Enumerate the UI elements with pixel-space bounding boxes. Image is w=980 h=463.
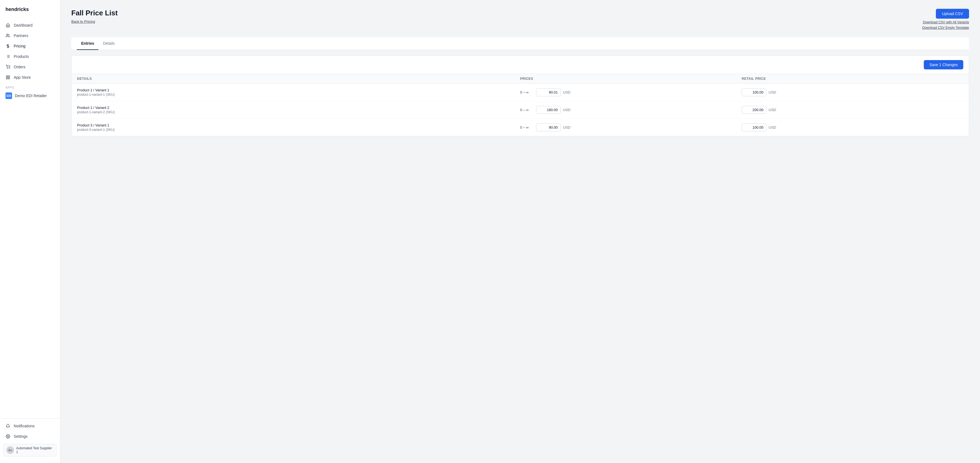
- sidebar-nav: Dashboard Partners Pricing Products: [0, 18, 60, 418]
- sidebar-item-pricing[interactable]: Pricing: [0, 41, 60, 51]
- product-name-1: Product 1 / Variant 1: [77, 88, 520, 92]
- price-cell-1: 0 – ∞ USD: [520, 88, 742, 96]
- dollar-icon: [5, 44, 10, 49]
- sidebar-label-dashboard: Dashboard: [14, 23, 33, 27]
- retail-price-cell-1: USD: [742, 88, 963, 96]
- product-details-2: Product 1 / Variant 2 product-1-variant-…: [77, 106, 520, 114]
- currency-1: USD: [563, 90, 570, 94]
- download-empty-template-link[interactable]: Download CSV Empty Template: [922, 26, 969, 30]
- cart-icon: [5, 64, 10, 69]
- col-header-retail: Retail Price: [742, 77, 963, 81]
- app-badge: EDI: [5, 92, 12, 99]
- gear-icon: [5, 434, 10, 439]
- sidebar-label-partners: Partners: [14, 33, 28, 38]
- sidebar-item-partners[interactable]: Partners: [0, 30, 60, 41]
- content-card: Save 1 Changes Details Prices Retail Pri…: [71, 56, 969, 136]
- svg-point-0: [6, 34, 8, 35]
- sidebar-label-pricing: Pricing: [14, 44, 25, 48]
- currency-3: USD: [563, 125, 570, 129]
- retail-price-input-1[interactable]: [742, 88, 767, 96]
- avatar: Au: [6, 446, 14, 454]
- sidebar-label-settings: Settings: [14, 434, 28, 439]
- col-header-prices: Prices: [520, 77, 742, 81]
- sidebar-label-products: Products: [14, 54, 29, 59]
- bell-icon: [5, 423, 10, 428]
- col-header-details: Details: [77, 77, 520, 81]
- tabs: Entries Details: [71, 37, 969, 50]
- svg-point-14: [7, 436, 8, 437]
- user-card[interactable]: Au Automated Test Supplier 1: [3, 444, 57, 457]
- card-toolbar: Save 1 Changes: [72, 56, 969, 74]
- back-to-pricing-link[interactable]: Back to Pricing: [71, 19, 95, 24]
- table-row: Product 1 / Variant 1 product-1-variant-…: [72, 84, 969, 101]
- retail-price-input-2[interactable]: [742, 106, 767, 114]
- price-cell-2: 0 – ∞ USD: [520, 106, 742, 114]
- page-title: Fall Price List: [71, 9, 118, 17]
- download-all-variants-link[interactable]: Download CSV with All Variants: [923, 20, 969, 24]
- price-cell-3: 0 – ∞ USD: [520, 123, 742, 131]
- retail-price-cell-2: USD: [742, 106, 963, 114]
- brand-logo: hendricks: [0, 0, 60, 18]
- product-sku-3: product-3-variant-1 (SKU): [77, 128, 520, 132]
- grid-icon: [5, 75, 10, 80]
- product-details-3: Product 3 / Variant 1 product-3-variant-…: [77, 123, 520, 132]
- price-input-3[interactable]: [536, 123, 561, 131]
- sidebar-item-dashboard[interactable]: Dashboard: [0, 20, 60, 30]
- user-name: Automated Test Supplier 1: [16, 446, 54, 454]
- table-row: Product 3 / Variant 1 product-3-variant-…: [72, 119, 969, 136]
- svg-rect-12: [6, 78, 8, 79]
- product-sku-1: product-1-variant-1 (SKU): [77, 93, 520, 97]
- main-content: Fall Price List Back to Pricing Upload C…: [60, 0, 980, 463]
- retail-price-cell-3: USD: [742, 123, 963, 131]
- product-name-3: Product 3 / Variant 1: [77, 123, 520, 127]
- sidebar-bottom: Notifications Settings Au Automated Test…: [0, 418, 60, 463]
- price-table: Details Prices Retail Price Product 1 / …: [72, 74, 969, 136]
- sidebar-label-app-store: App Store: [14, 75, 31, 80]
- sidebar-item-notifications[interactable]: Notifications: [0, 421, 60, 431]
- sidebar-item-app-store[interactable]: App Store: [0, 72, 60, 83]
- product-name-2: Product 1 / Variant 2: [77, 106, 520, 110]
- range-label-2: 0 – ∞: [520, 108, 534, 112]
- product-sku-2: product-1-variant-2 (SKU): [77, 110, 520, 114]
- table-header: Details Prices Retail Price: [72, 74, 969, 84]
- users-icon: [5, 33, 10, 38]
- price-input-1[interactable]: [536, 88, 561, 96]
- list-icon: [5, 54, 10, 59]
- currency-2: USD: [563, 108, 570, 112]
- header-actions: Upload CSV Download CSV with All Variant…: [922, 9, 969, 30]
- sidebar-label-notifications: Notifications: [14, 424, 35, 428]
- retail-currency-3: USD: [768, 125, 776, 129]
- svg-rect-11: [8, 76, 10, 77]
- sidebar-label-orders: Orders: [14, 65, 25, 69]
- sidebar: hendricks Dashboard Partners Pricing: [0, 0, 60, 463]
- svg-rect-10: [6, 76, 8, 77]
- range-label-3: 0 – ∞: [520, 125, 534, 129]
- retail-price-input-3[interactable]: [742, 123, 767, 131]
- tab-entries[interactable]: Entries: [77, 37, 99, 50]
- title-area: Fall Price List Back to Pricing: [71, 9, 118, 24]
- range-label-1: 0 – ∞: [520, 90, 534, 94]
- price-input-2[interactable]: [536, 106, 561, 114]
- sidebar-item-orders[interactable]: Orders: [0, 62, 60, 72]
- svg-rect-13: [8, 78, 10, 79]
- sidebar-item-demo-edi[interactable]: EDI Demo EDI Retailer: [0, 90, 60, 101]
- sidebar-item-products[interactable]: Products: [0, 51, 60, 62]
- save-changes-button[interactable]: Save 1 Changes: [924, 60, 963, 69]
- upload-csv-button[interactable]: Upload CSV: [936, 9, 969, 19]
- table-row: Product 1 / Variant 2 product-1-variant-…: [72, 101, 969, 119]
- retail-currency-1: USD: [768, 90, 776, 94]
- page-header: Fall Price List Back to Pricing Upload C…: [71, 9, 969, 30]
- app-label: Demo EDI Retailer: [15, 94, 47, 98]
- apps-section-label: Apps: [0, 83, 60, 90]
- retail-currency-2: USD: [768, 108, 776, 112]
- home-icon: [5, 23, 10, 28]
- tab-details[interactable]: Details: [99, 37, 119, 50]
- sidebar-item-settings[interactable]: Settings: [0, 431, 60, 442]
- product-details-1: Product 1 / Variant 1 product-1-variant-…: [77, 88, 520, 97]
